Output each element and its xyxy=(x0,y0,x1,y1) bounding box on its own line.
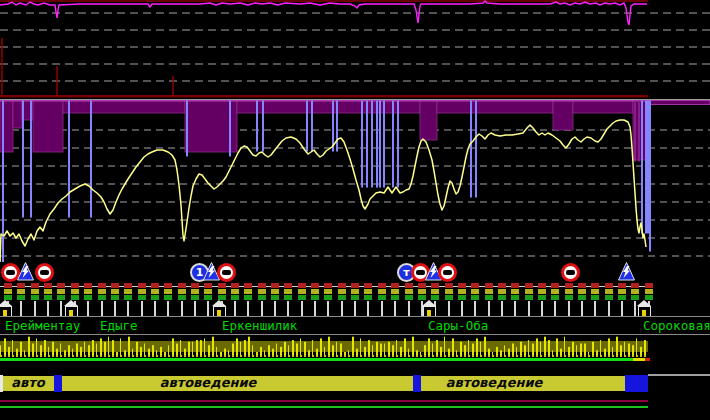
traffic-light-icon xyxy=(458,283,466,317)
traffic-light-icon xyxy=(258,283,266,317)
station-house-icon xyxy=(0,300,12,316)
traffic-light-icon xyxy=(298,283,306,317)
traffic-light-icon xyxy=(44,283,52,317)
neutral-section-sign-icon xyxy=(17,262,34,281)
traffic-light-icon xyxy=(525,283,533,317)
locomotive-driver-display: 1т ЕрейментауЕдыгеЕркеншиликСары-ОбаСоро… xyxy=(0,0,710,420)
bottom-green-line xyxy=(0,406,648,408)
traffic-light-icon xyxy=(591,283,599,317)
station-label: Сары-Оба xyxy=(428,318,488,333)
status-strip xyxy=(0,358,710,361)
neutral-section-sign-icon xyxy=(618,262,635,281)
block-section-line xyxy=(383,101,385,188)
traffic-light-icon xyxy=(391,283,399,317)
block-section-line xyxy=(470,101,472,198)
mode-label: автоведение xyxy=(446,375,543,390)
prohibition-sign-icon xyxy=(561,263,580,282)
mode-bar-right-baseline xyxy=(648,374,710,376)
actual-speed-curve xyxy=(0,120,646,262)
traffic-light-icon xyxy=(578,283,586,317)
traffic-light-icon xyxy=(605,283,613,317)
station-house-icon xyxy=(423,300,436,316)
limit-band-right xyxy=(650,101,710,105)
station-house-icon xyxy=(638,300,651,316)
limit-divider-line xyxy=(638,101,640,162)
block-section-line xyxy=(475,101,477,198)
prohibition-sign-icon xyxy=(35,263,54,282)
profile-bars xyxy=(0,335,648,356)
block-section-line xyxy=(262,101,264,152)
speed-chart xyxy=(0,99,710,262)
block-section-line xyxy=(649,101,651,252)
speed-limit-block xyxy=(63,101,185,114)
block-section-line xyxy=(306,101,308,152)
traffic-light-icon xyxy=(498,283,506,317)
prohibition-sign-icon xyxy=(438,263,457,282)
station-label: Ерейментау xyxy=(5,318,80,333)
status-segment xyxy=(0,358,633,361)
limit-divider-line xyxy=(634,101,636,162)
traffic-light-icon xyxy=(511,283,519,317)
traffic-light-icon xyxy=(151,283,159,317)
traffic-light-icon xyxy=(17,283,25,317)
station-label: Едыге xyxy=(100,318,138,333)
station-row-top-border xyxy=(0,316,710,317)
traffic-light-icon xyxy=(31,283,39,317)
traffic-light-icon xyxy=(311,283,319,317)
traffic-light-icon xyxy=(271,283,279,317)
traffic-light-icon xyxy=(378,283,386,317)
traffic-light-icon xyxy=(111,283,119,317)
traffic-light-icon xyxy=(164,283,172,317)
traffic-light-icon xyxy=(231,283,239,317)
traffic-light-icon xyxy=(124,283,132,317)
block-section-line xyxy=(379,101,381,188)
mode-boundary-block xyxy=(413,375,421,392)
block-section-line xyxy=(22,101,24,218)
block-section-line xyxy=(90,101,92,218)
speed-limit-block xyxy=(420,101,437,141)
traffic-light-icon xyxy=(618,283,626,317)
traffic-light-icon xyxy=(565,283,573,317)
speed-limit-block xyxy=(553,101,573,131)
station-house-icon xyxy=(213,300,226,316)
speed-limit-block xyxy=(33,101,63,153)
traffic-light-icon xyxy=(405,283,413,317)
mode-boundary-block xyxy=(625,375,648,392)
traffic-light-icon xyxy=(284,283,292,317)
top-chart-baseline xyxy=(0,95,648,97)
mode-boundary-block xyxy=(54,375,62,392)
block-section-line xyxy=(361,101,363,188)
traffic-light-icon xyxy=(471,283,479,317)
block-section-line xyxy=(645,101,649,234)
traffic-light-icon xyxy=(98,283,106,317)
traffic-light-icon xyxy=(84,283,92,317)
traffic-light-icon xyxy=(351,283,359,317)
speed-limit-block xyxy=(573,101,633,114)
speed-limit-block xyxy=(13,101,22,129)
top-chart xyxy=(0,0,710,99)
traffic-light-icon xyxy=(178,283,186,317)
block-section-line xyxy=(311,101,313,152)
profile-tick-line xyxy=(0,355,648,357)
traffic-light-icon xyxy=(191,283,199,317)
bottom-crimson-line xyxy=(0,400,648,402)
block-section-line xyxy=(392,101,394,188)
status-segment xyxy=(645,358,650,361)
station-house-icon xyxy=(65,300,78,316)
block-section-line xyxy=(376,101,378,188)
mode-label: автоведение xyxy=(160,375,257,390)
block-section-line xyxy=(366,101,368,188)
gradient-profile-row xyxy=(0,335,710,358)
traffic-light-icon xyxy=(485,283,493,317)
traffic-light-icon xyxy=(445,283,453,317)
block-section-line xyxy=(371,101,373,188)
block-section-line xyxy=(336,101,338,152)
traffic-light-icon xyxy=(324,283,332,317)
mode-bar-track xyxy=(3,376,648,391)
block-section-line xyxy=(641,101,643,234)
block-section-line xyxy=(30,101,32,218)
block-section-line xyxy=(186,101,188,157)
status-segment xyxy=(633,358,645,361)
traffic-light-icon xyxy=(364,283,372,317)
block-section-line xyxy=(68,101,70,218)
